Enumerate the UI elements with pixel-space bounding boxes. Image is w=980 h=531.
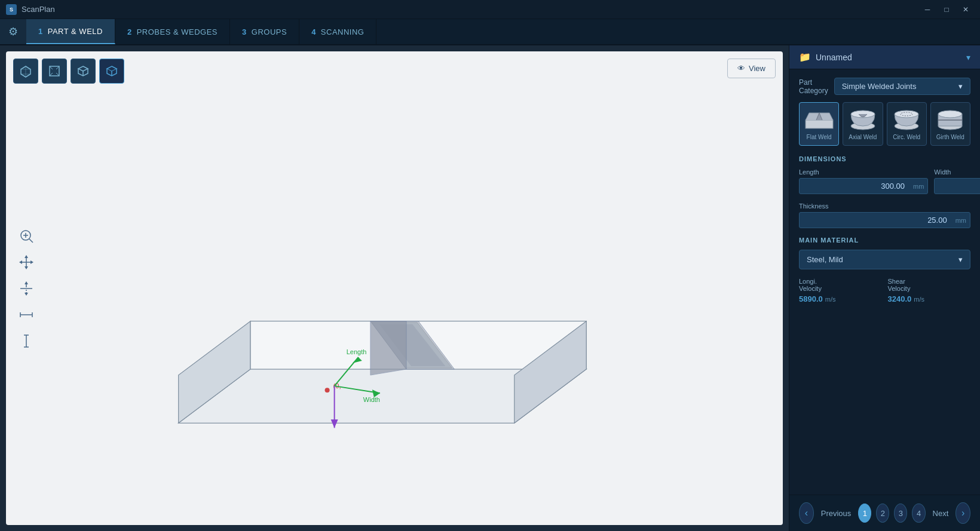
thickness-input[interactable] [800,213,952,228]
svg-text:Length: Length [347,348,367,355]
svg-marker-8 [370,321,406,375]
length-unit: mm [909,183,927,190]
flat-weld-image [804,108,835,131]
longi-velocity-value: 5890.0 [799,294,823,303]
axial-weld-image [847,108,878,131]
next-button[interactable]: › [956,502,970,524]
part-category-dropdown[interactable]: Simple Welded Joints ▾ [834,78,970,95]
settings-gear-button[interactable]: ⚙ [0,19,26,44]
dim-grid: Length mm Width mm [799,168,970,194]
thickness-input-row: mm [799,212,970,228]
title-bar: S ScanPlan ─ □ ✕ [0,0,980,19]
tab-num-2: 2 [127,27,132,36]
shear-velocity-unit: m/s [914,296,924,303]
svg-point-9 [325,388,330,392]
svg-marker-27 [19,260,22,264]
shear-velocity-row: 3240.0 m/s [888,294,971,303]
tab-label-3: GROUPS [252,27,287,36]
weld-card-girth[interactable]: Girth Weld [930,102,970,146]
longi-velocity-unit: m/s [825,296,836,303]
thickness-label: Thickness [799,202,970,210]
thickness-field: Thickness mm [799,202,970,228]
shear-velocity-field: ShearVelocity 3240.0 m/s [888,278,971,303]
measure-icon[interactable] [16,304,37,326]
page-1-label: 1 [863,509,867,518]
material-chevron-icon: ▾ [958,255,963,264]
title-bar-left: S ScanPlan [6,4,55,15]
axial-weld-label: Axial Weld [849,134,877,140]
tab-label-4: SCANNING [321,27,365,36]
project-info: 📁 Unnamed [799,51,852,63]
page-4-button[interactable]: 4 [912,504,925,523]
circ-weld-label: Circ. Weld [893,134,920,140]
svg-marker-18 [331,419,338,428]
main-layout: 👁 View [0,45,980,531]
svg-marker-26 [24,266,28,269]
project-header: 📁 Unnamed ▾ [789,45,980,69]
page-2-button[interactable]: 2 [876,504,889,523]
width-input-row: mm [934,178,980,194]
tab-num-1: 1 [38,27,43,36]
part-category-chevron-icon: ▾ [958,82,963,91]
vertical-measure-icon[interactable] [16,330,37,352]
part-category-label: PartCategory [799,78,828,95]
app-title: ScanPlan [22,5,55,14]
width-field: Width mm [934,168,980,194]
project-name: Unnamed [816,53,852,62]
nav-tabs: ⚙ 1 PART & WELD 2 PROBES & WEDGES 3 GROU… [0,19,980,45]
material-value: Steel, Mild [807,255,843,264]
panel-content: PartCategory Simple Welded Joints ▾ [789,69,980,495]
shear-velocity-label: ShearVelocity [888,278,971,292]
length-input-row: mm [799,178,928,194]
project-chevron-icon[interactable]: ▾ [966,53,970,62]
length-label: Length [799,168,928,176]
svg-text:Width: Width [363,396,380,403]
page-3-button[interactable]: 3 [894,504,907,523]
circ-weld-image [891,108,922,131]
svg-rect-40 [806,120,833,128]
thickness-unit: mm [952,217,970,224]
tab-probes-wedges[interactable]: 2 PROBES & WEDGES [115,19,230,44]
maximize-button[interactable]: □ [938,4,955,16]
tab-part-weld[interactable]: 1 PART & WELD [26,19,115,44]
length-input[interactable] [800,179,909,194]
next-label[interactable]: Next [930,509,951,518]
length-field: Length mm [799,168,928,194]
part-category-row: PartCategory Simple Welded Joints ▾ [799,78,970,95]
svg-point-48 [938,111,962,118]
pan-icon[interactable] [16,251,37,273]
material-dropdown[interactable]: Steel, Mild ▾ [799,250,970,269]
zoom-controls [16,225,37,352]
shear-velocity-value: 3240.0 [888,294,912,303]
tab-label-2: PROBES & WEDGES [137,27,218,36]
svg-marker-25 [24,255,28,258]
zoom-in-button[interactable] [16,225,37,247]
material-header: MAIN MATERIAL [799,237,970,244]
longi-velocity-label: Longi.Velocity [799,278,882,292]
weld-card-flat[interactable]: Flat Weld [799,102,839,146]
thickness-section: Thickness mm [799,202,970,228]
previous-button[interactable]: ‹ [799,502,814,524]
tab-num-4: 4 [311,27,316,36]
flat-weld-label: Flat Weld [807,134,832,140]
previous-label[interactable]: Previous [819,509,854,518]
weld-card-axial[interactable]: Axial Weld [843,102,883,146]
window-controls: ─ □ ✕ [919,4,974,16]
page-3-label: 3 [899,509,903,518]
close-button[interactable]: ✕ [957,4,974,16]
minimize-button[interactable]: ─ [919,4,936,16]
svg-marker-28 [30,260,33,264]
app-logo: S [6,4,17,15]
part-category-value: Simple Welded Joints [842,82,917,91]
svg-point-44 [895,111,918,118]
longi-velocity-row: 5890.0 m/s [799,294,882,303]
width-input[interactable] [935,179,980,194]
tab-groups[interactable]: 3 GROUPS [230,19,299,44]
3d-scene: (0, Length Width [6,51,783,525]
weld-card-circ[interactable]: Circ. Weld [887,102,927,146]
page-1-button[interactable]: 1 [858,504,871,523]
svg-marker-31 [24,281,28,284]
tab-scanning[interactable]: 4 SCANNING [299,19,376,44]
girth-weld-image [935,108,966,131]
rotate-icon[interactable] [16,278,37,299]
